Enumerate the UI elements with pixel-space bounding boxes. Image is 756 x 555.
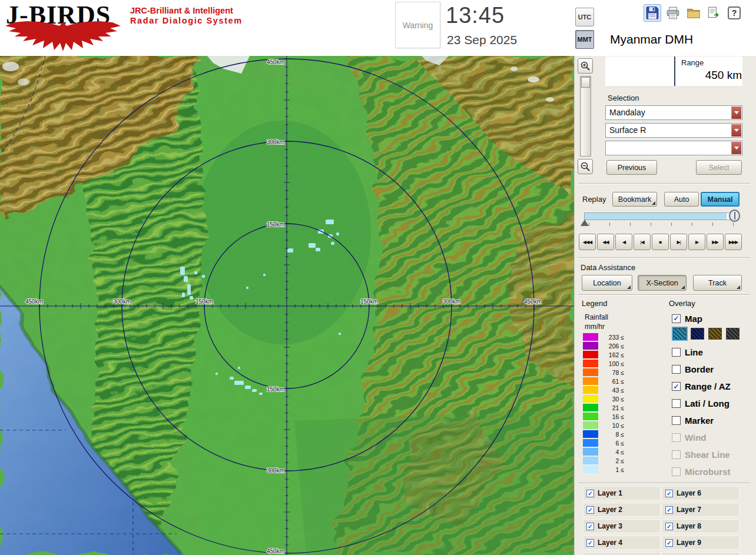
playback-button-4[interactable]: ■ <box>652 234 669 250</box>
checkbox[interactable] <box>672 365 681 374</box>
zoom-in-button[interactable] <box>578 58 593 74</box>
overlay-map-style-swatches <box>673 328 740 340</box>
radar-map[interactable]: 450km300km150km150km300km450km450km300km… <box>0 56 574 555</box>
checkbox[interactable]: ✓ <box>586 506 594 514</box>
svg-text:150km: 150km <box>267 386 284 393</box>
chevron-down-icon[interactable] <box>731 107 741 119</box>
overlay-item-label: Map <box>685 314 702 324</box>
checkbox[interactable]: ✓ <box>672 382 681 391</box>
save-button[interactable] <box>644 4 661 22</box>
open-folder-button[interactable] <box>685 4 702 22</box>
layer-row-partial[interactable]: ✓ <box>583 552 661 555</box>
checkbox[interactable] <box>672 467 681 476</box>
overlay-item-shear-line[interactable]: Shear Line <box>672 446 731 463</box>
checkbox[interactable]: ✓ <box>672 314 681 323</box>
warning-panel[interactable]: Warning <box>395 2 440 48</box>
chevron-down-icon[interactable] <box>731 142 741 154</box>
playback-button-2[interactable]: ◀ <box>615 234 632 250</box>
select-button[interactable]: Select <box>696 160 742 175</box>
mmt-button[interactable]: MMT <box>575 30 594 49</box>
legend-row: 4 ≤ <box>583 447 624 456</box>
checkbox[interactable] <box>672 433 681 442</box>
zoom-out-button[interactable] <box>578 159 593 174</box>
overlay-style-swatch[interactable] <box>726 328 740 340</box>
layer-row[interactable]: ✓Layer 9 <box>662 536 740 550</box>
chevron-down-icon[interactable] <box>731 124 741 137</box>
checkbox[interactable]: ✓ <box>665 490 673 497</box>
zoom-slider-thumb[interactable] <box>581 77 590 88</box>
layer-row[interactable]: ✓Layer 2 <box>583 503 661 517</box>
checkbox[interactable] <box>672 450 681 459</box>
svg-text:450km: 450km <box>25 298 43 305</box>
overlay-item-map[interactable]: ✓ Map <box>672 311 702 325</box>
layer-row-partial[interactable]: ✓ <box>662 552 740 555</box>
legend-value: 61 ≤ <box>598 378 624 385</box>
product-combo[interactable]: Surface R <box>605 123 742 138</box>
overlay-style-swatch[interactable] <box>691 328 704 340</box>
previous-button[interactable]: Previous <box>606 160 657 175</box>
location-button[interactable]: Location <box>582 275 632 291</box>
legend-value: 162 ≤ <box>598 351 624 358</box>
overlay-item-wind[interactable]: Wind <box>672 429 731 446</box>
legend-value: 10 ≤ <box>598 422 624 429</box>
checkbox[interactable]: ✓ <box>586 523 594 530</box>
checkbox[interactable] <box>672 416 681 425</box>
utc-button[interactable]: UTC <box>575 8 594 26</box>
playback-button-6[interactable]: ▶ <box>688 234 705 250</box>
overlay-style-swatch[interactable] <box>673 328 687 340</box>
layer-row[interactable]: ✓Layer 1 <box>583 486 661 500</box>
overlay-item-range-az[interactable]: ✓Range / AZ <box>672 378 731 395</box>
zoom-slider-track[interactable] <box>580 76 591 157</box>
layer-row[interactable]: ✓Layer 3 <box>583 519 661 533</box>
overlay-item-line[interactable]: Line <box>672 344 731 361</box>
replay-slider-thumb[interactable] <box>729 210 740 222</box>
checkbox[interactable]: ✓ <box>665 539 673 547</box>
site-combo[interactable]: Mandalay <box>605 105 742 120</box>
overlay-item-label: Wind <box>685 433 707 443</box>
separator <box>578 183 750 184</box>
extra-combo[interactable] <box>605 141 742 155</box>
print-button[interactable] <box>664 4 682 22</box>
legend-row: 1 ≤ <box>583 465 624 474</box>
overlay-item-microburst[interactable]: Microburst <box>672 463 731 480</box>
checkbox[interactable] <box>672 348 681 357</box>
playback-button-5[interactable]: ▶| <box>670 234 687 250</box>
xsection-button[interactable]: X-Section <box>638 275 687 291</box>
legend-swatch <box>583 386 598 394</box>
playback-button-0[interactable]: ◀◀◀ <box>579 234 596 250</box>
legend-swatch <box>583 448 598 456</box>
product-combo-value: Surface R <box>609 125 646 135</box>
bookmark-button[interactable]: Bookmark <box>612 192 657 207</box>
auto-button[interactable]: Auto <box>664 192 699 207</box>
overlay-item-border[interactable]: Border <box>672 361 731 378</box>
track-button[interactable]: Track <box>693 275 742 291</box>
replay-slider-track[interactable] <box>584 212 739 220</box>
export-button[interactable] <box>705 4 722 22</box>
overlay-style-swatch[interactable] <box>708 328 722 340</box>
slider-tick <box>589 222 589 226</box>
checkbox[interactable]: ✓ <box>586 539 594 547</box>
checkbox[interactable] <box>672 399 681 408</box>
help-button[interactable]: ? <box>725 4 743 22</box>
playback-button-1[interactable]: ◀◀ <box>597 234 614 250</box>
checkbox[interactable]: ✓ <box>665 523 673 530</box>
playback-button-3[interactable]: |◀ <box>634 234 651 250</box>
overlay-item-marker[interactable]: Marker <box>672 412 731 429</box>
clock-date: 23 Sep 2025 <box>447 33 517 47</box>
legend-value: 233 ≤ <box>598 334 624 341</box>
legend-swatch <box>583 333 598 341</box>
svg-text:300km: 300km <box>443 298 460 305</box>
checkbox[interactable]: ✓ <box>586 490 594 497</box>
layer-row[interactable]: ✓Layer 7 <box>662 503 740 517</box>
layer-row[interactable]: ✓Layer 6 <box>662 486 740 500</box>
legend-unit-label: mm/hr <box>585 323 605 331</box>
checkbox[interactable]: ✓ <box>665 506 673 514</box>
manual-button[interactable]: Manual <box>701 192 740 207</box>
legend-swatch <box>583 457 598 464</box>
playback-button-8[interactable]: ▶▶▶ <box>725 234 742 250</box>
overlay-item-lati-long[interactable]: Lati / Long <box>672 395 731 412</box>
playback-button-7[interactable]: ▶▶ <box>707 234 724 250</box>
legend-row: 10 ≤ <box>583 421 624 430</box>
layer-row[interactable]: ✓Layer 4 <box>583 536 661 550</box>
layer-row[interactable]: ✓Layer 8 <box>662 519 740 533</box>
